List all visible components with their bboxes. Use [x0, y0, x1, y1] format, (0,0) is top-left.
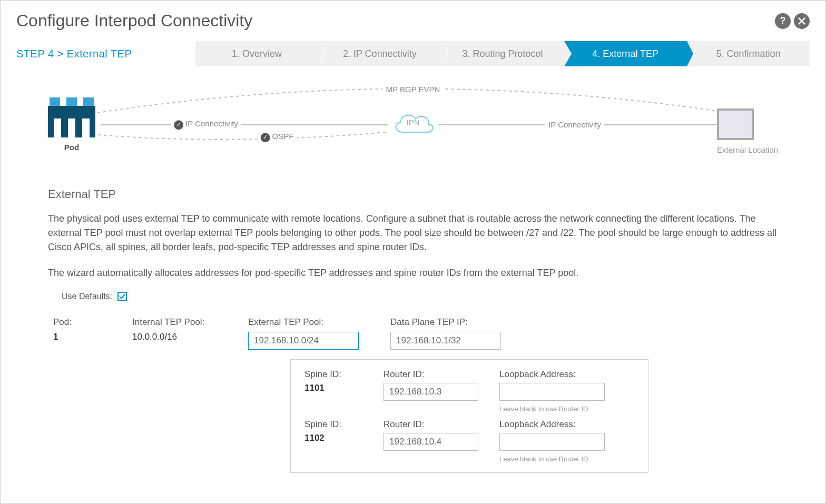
spine-config-box: Spine ID: 1101 Router ID: Loopback Addre… [290, 359, 648, 473]
data-plane-tep-label: Data Plane TEP IP: [390, 317, 501, 328]
use-defaults-checkbox[interactable] [117, 292, 127, 301]
check-icon: ✓ [174, 120, 183, 130]
external-location-icon: External Location [717, 108, 778, 154]
internal-tep-value: 10.0.0.0/16 [132, 332, 217, 342]
data-plane-tep-input[interactable] [390, 332, 501, 350]
wizard-step-routing-protocol[interactable]: 3. Routing Protocol [441, 41, 564, 66]
wizard-step-overview[interactable]: 1. Overview [195, 41, 318, 66]
use-defaults-label: Use Defaults: [62, 292, 112, 301]
spine-id-2: 1102 [304, 433, 362, 443]
spine-id-1: 1101 [304, 383, 362, 393]
ip-conn-right-label: IP Connectivity [545, 120, 604, 129]
loopback-hint-1: Leave blank to use Router ID [499, 405, 605, 413]
pod-icon: Pod [48, 106, 95, 152]
router-id-label-1: Router ID: [384, 369, 478, 380]
section-title: External TEP [48, 187, 778, 201]
pod-label: Pod [48, 143, 95, 152]
router-id-input-2[interactable] [384, 433, 478, 451]
external-tep-label: External TEP Pool: [248, 317, 359, 328]
loopback-input-1[interactable] [499, 383, 605, 401]
router-id-input-1[interactable] [384, 383, 478, 401]
help-icon[interactable]: ? [775, 13, 791, 29]
mp-bgp-label: MP BGP EVPN [383, 85, 444, 94]
close-icon[interactable] [794, 13, 810, 29]
loopback-label-1: Loopback Address: [499, 369, 605, 380]
pod-value: 1 [53, 332, 101, 342]
wizard-step-ip-connectivity[interactable]: 2. IP Connectivity [318, 41, 441, 66]
external-tep-input[interactable] [248, 332, 359, 350]
loopback-hint-2: Leave blank to use Router ID [499, 455, 605, 463]
pod-label-field: Pod: [53, 317, 101, 328]
topology-diagram: MP BGP EVPN Pod ✓IP Connectivity ✓OSPF I… [48, 87, 778, 177]
step-breadcrumb: STEP 4 > External TEP [16, 48, 195, 60]
page-title: Configure Interpod Connectivity [16, 11, 252, 31]
loopback-input-2[interactable] [499, 433, 605, 451]
description-2: The wizard automatically allocates addre… [48, 266, 778, 280]
wizard-step-confirmation[interactable]: 5. Confirmation [687, 41, 810, 66]
ip-conn-left-label: IP Connectivity [185, 119, 238, 128]
ipn-label: IPN [406, 118, 419, 127]
wizard-step-external-tep[interactable]: 4. External TEP [564, 41, 687, 66]
spine-id-label-1: Spine ID: [304, 369, 362, 380]
check-icon: ✓ [261, 133, 270, 142]
loopback-label-2: Loopback Address: [499, 419, 605, 430]
ospf-label: OSPF [272, 132, 294, 141]
external-location-label: External Location [717, 145, 778, 154]
description-1: The physical pod uses external TEP to co… [48, 212, 778, 254]
spine-id-label-2: Spine ID: [304, 419, 362, 430]
internal-tep-label: Internal TEP Pool: [132, 317, 217, 328]
wizard-steps: 1. Overview 2. IP Connectivity 3. Routin… [195, 41, 810, 66]
router-id-label-2: Router ID: [384, 419, 478, 430]
